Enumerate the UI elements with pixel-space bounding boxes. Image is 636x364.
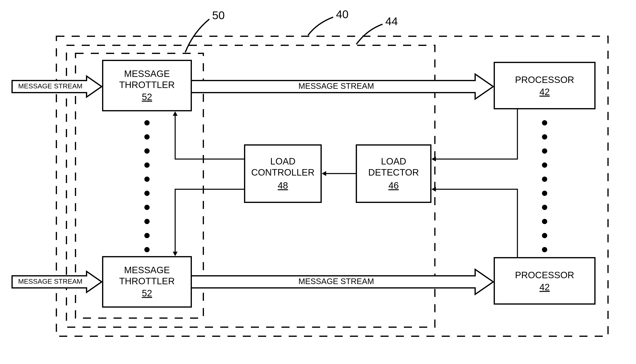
box-processor-bottom: PROCESSOR 42 (494, 258, 595, 304)
arrow-controller-to-throttler-top (173, 111, 244, 159)
svg-point-30 (542, 176, 547, 182)
svg-point-21 (144, 191, 150, 196)
svg-rect-7 (494, 258, 595, 304)
label-load-detector-ref: 46 (388, 180, 399, 191)
svg-point-32 (542, 205, 547, 210)
svg-rect-3 (494, 62, 595, 109)
label-processor-ref-bottom: 42 (539, 282, 550, 292)
svg-marker-12 (173, 111, 178, 116)
svg-point-17 (144, 134, 150, 140)
label-load-controller-ref: 48 (278, 180, 288, 191)
label-load-controller-1: LOAD (270, 156, 295, 166)
svg-point-23 (144, 219, 150, 224)
svg-marker-11 (322, 171, 326, 176)
svg-point-24 (144, 233, 150, 238)
arrow-stream-top: MESSAGE STREAM (191, 74, 493, 99)
label-throttler-ref-top: 52 (142, 92, 152, 102)
label-throttler-ref-bottom: 52 (142, 288, 152, 298)
svg-point-31 (542, 191, 547, 196)
arrow-processor-top-to-detector (432, 109, 518, 162)
arrow-processor-bottom-to-detector (432, 187, 518, 258)
arrow-controller-to-throttler-bottom (173, 189, 244, 256)
svg-point-18 (144, 148, 150, 154)
ref-40: 40 (336, 8, 348, 20)
label-message-stream-mid-top: MESSAGE STREAM (298, 82, 374, 90)
svg-point-26 (542, 120, 547, 126)
label-throttler-sub-top: THROTTLER (119, 80, 175, 90)
svg-point-19 (144, 162, 150, 168)
label-message-stream-mid-bottom: MESSAGE STREAM (298, 277, 374, 286)
dots-left (144, 120, 150, 252)
label-message-stream-in-top: MESSAGE STREAM (18, 82, 82, 90)
arrow-detector-to-controller (322, 171, 356, 176)
callout-curve-44 (356, 24, 382, 44)
svg-point-28 (542, 148, 547, 154)
dots-right (542, 120, 547, 252)
box-load-controller: LOAD CONTROLLER 48 (244, 145, 321, 202)
box-processor-top: PROCESSOR 42 (494, 62, 595, 109)
svg-point-25 (144, 247, 150, 252)
svg-marker-15 (432, 187, 436, 192)
label-processor-ref-top: 42 (539, 86, 550, 97)
svg-point-35 (542, 247, 547, 252)
label-throttler-title-top: MESSAGE (124, 68, 170, 79)
svg-point-20 (144, 176, 150, 182)
label-load-detector-2: DETECTOR (368, 167, 419, 178)
svg-point-33 (542, 219, 547, 224)
label-throttler-title-bottom: MESSAGE (124, 265, 170, 275)
arrow-stream-bottom: MESSAGE STREAM (191, 270, 493, 294)
svg-point-22 (144, 205, 150, 210)
ref-50: 50 (212, 9, 225, 22)
label-load-detector-1: LOAD (381, 156, 406, 166)
box-load-detector: LOAD DETECTOR 46 (356, 145, 431, 202)
svg-point-27 (542, 134, 547, 140)
svg-marker-13 (173, 252, 178, 256)
svg-marker-14 (432, 157, 436, 162)
diagram-canvas: 40 44 50 MESSAGE STREAM MESSAGE THROTTLE… (0, 0, 636, 364)
box-message-throttler-bottom: MESSAGE THROTTLER 52 (103, 257, 191, 307)
ref-44: 44 (385, 15, 398, 28)
svg-point-16 (144, 120, 150, 126)
box-message-throttler-top: MESSAGE THROTTLER 52 (103, 60, 191, 111)
label-message-stream-in-bottom: MESSAGE STREAM (18, 278, 82, 285)
callout-curve-40 (308, 17, 333, 35)
arrow-in-bottom: MESSAGE STREAM (12, 272, 102, 292)
label-throttler-sub-bottom: THROTTLER (119, 276, 175, 286)
label-processor-title-bottom: PROCESSOR (515, 270, 574, 280)
svg-point-29 (542, 162, 547, 168)
label-load-controller-2: CONTROLLER (251, 167, 314, 178)
svg-point-34 (542, 233, 547, 238)
label-processor-title-top: PROCESSOR (515, 74, 574, 85)
